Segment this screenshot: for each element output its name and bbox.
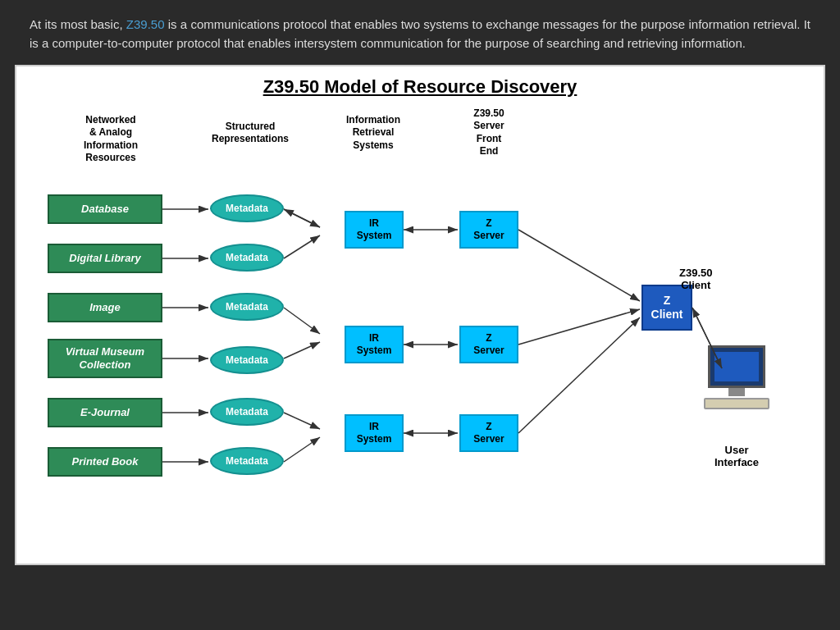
col-header-ir: InformationRetrievalSystems bbox=[332, 114, 414, 153]
diagram-container: Z39.50 Model of Resource Discovery Netwo… bbox=[15, 65, 825, 565]
zserver-box-3: ZServer bbox=[459, 414, 518, 452]
svg-line-14 bbox=[284, 437, 320, 462]
resource-label-image: Image bbox=[89, 301, 121, 313]
intro-paragraph: At its most basic, Z39.50 is a communica… bbox=[0, 0, 840, 65]
resource-box-virtual-museum: Virtual MuseumCollection bbox=[48, 339, 162, 378]
ir-box-2: IRSystem bbox=[345, 326, 404, 363]
monitor bbox=[708, 345, 765, 388]
z3950-link[interactable]: Z39.50 bbox=[126, 17, 165, 31]
svg-line-9 bbox=[284, 235, 320, 258]
col-header-networked: Networked& AnalogInformationResources bbox=[57, 114, 164, 165]
computer-illustration bbox=[704, 345, 769, 409]
page-wrapper: At its most basic, Z39.50 is a communica… bbox=[0, 0, 840, 565]
svg-line-18 bbox=[518, 230, 640, 301]
zclient-side-label: Z39.50Client bbox=[679, 267, 712, 291]
resource-box-e-journal: E-Journal bbox=[48, 398, 162, 427]
svg-line-10 bbox=[284, 209, 320, 227]
col-header-structured: StructuredRepresentations bbox=[201, 121, 299, 146]
intro-text-before: At its most basic, bbox=[30, 17, 126, 31]
svg-line-11 bbox=[284, 308, 320, 334]
monitor-screen bbox=[714, 352, 759, 381]
keyboard bbox=[704, 398, 769, 409]
svg-line-20 bbox=[518, 317, 640, 433]
zclient-box: ZClient bbox=[641, 285, 692, 331]
resource-box-database: Database bbox=[48, 194, 162, 224]
resource-label-e-journal: E-Journal bbox=[80, 406, 130, 418]
zserver-box-1: ZServer bbox=[459, 211, 518, 249]
resource-label-database: Database bbox=[81, 203, 129, 215]
ir-box-3: IRSystem bbox=[345, 414, 404, 452]
metadata-oval-1: Metadata bbox=[210, 194, 284, 222]
arrows-svg bbox=[25, 106, 815, 565]
monitor-stand bbox=[728, 388, 745, 396]
diagram-title: Z39.50 Model of Resource Discovery bbox=[25, 76, 815, 98]
metadata-oval-4: Metadata bbox=[210, 346, 284, 374]
resource-box-digital-library: Digital Library bbox=[48, 244, 162, 273]
svg-line-12 bbox=[284, 342, 320, 358]
svg-line-13 bbox=[284, 413, 320, 429]
svg-line-19 bbox=[518, 309, 640, 345]
metadata-oval-5: Metadata bbox=[210, 398, 284, 426]
resource-label-digital-library: Digital Library bbox=[69, 252, 140, 264]
diagram-body: Networked& AnalogInformationResources St… bbox=[25, 106, 815, 565]
zserver-box-2: ZServer bbox=[459, 326, 518, 363]
svg-line-8 bbox=[284, 209, 320, 227]
metadata-oval-2: Metadata bbox=[210, 244, 284, 272]
user-interface-label: UserInterface bbox=[696, 444, 778, 468]
resource-box-image: Image bbox=[48, 293, 162, 322]
ir-box-1: IRSystem bbox=[345, 211, 404, 249]
resource-box-printed-book: Printed Book bbox=[48, 447, 162, 477]
resource-label-printed-book: Printed Book bbox=[72, 455, 139, 468]
col-header-z3950-server: Z39.50ServerFrontEnd bbox=[448, 107, 530, 158]
resource-label-virtual-museum: Virtual MuseumCollection bbox=[66, 345, 144, 371]
metadata-oval-6: Metadata bbox=[210, 447, 284, 475]
metadata-oval-3: Metadata bbox=[210, 293, 284, 321]
